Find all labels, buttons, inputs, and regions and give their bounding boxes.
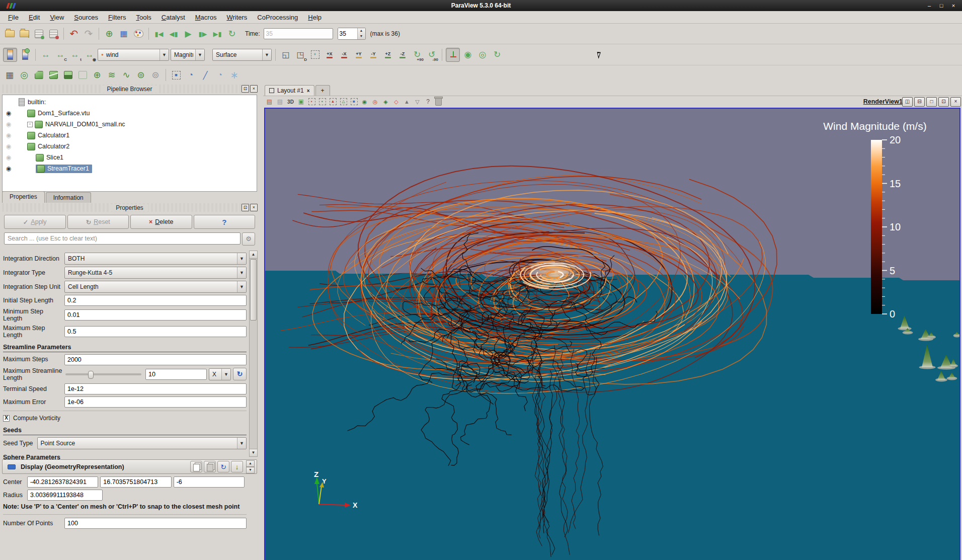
pipeline-item-streamtracer1[interactable]: ◉StreamTracer1	[3, 163, 257, 174]
detach-view-icon[interactable]: ⊡	[938, 97, 949, 107]
scroll-down-icon[interactable]: ▼	[246, 467, 255, 473]
rescale-to-temporal-range-icon[interactable]: ↔t	[68, 48, 82, 61]
save-display-defaults-icon[interactable]: ↓	[231, 460, 243, 473]
threshold-icon[interactable]	[61, 68, 74, 82]
render-viewport[interactable]: Wind Magnitude (m/s)05101520XYZ	[264, 108, 960, 560]
server-connect-icon[interactable]	[32, 27, 45, 40]
tab-layout-1[interactable]: Layout #1 ×	[265, 85, 314, 96]
scroll-down-icon[interactable]: ▼	[250, 449, 257, 456]
menu-writers[interactable]: Writers	[221, 12, 252, 23]
glyph-icon[interactable]: ⊕	[91, 68, 104, 82]
maximize-view-icon[interactable]: □	[926, 97, 937, 107]
set-view-plus-z-icon[interactable]: +Z	[381, 48, 394, 61]
pipeline-item-body[interactable]: Dom1_Surface.vtu	[27, 110, 90, 117]
gear-icon[interactable]: ⚙	[242, 232, 255, 246]
split-horizontal-icon[interactable]: ◫	[902, 97, 913, 107]
visibility-toggle-icon[interactable]: ◉	[3, 165, 15, 172]
set-view-minus-y-icon[interactable]: -Y	[367, 48, 380, 61]
first-frame-icon[interactable]: ▮◀	[152, 27, 166, 40]
integrator-type-combo[interactable]: Runge-Kutta 4-5▼	[64, 267, 247, 279]
clear-selection-icon[interactable]	[434, 98, 443, 106]
display-scroll-arrows[interactable]: ▲▼	[246, 460, 255, 473]
edit-color-map-icon[interactable]	[19, 48, 32, 61]
pipeline-item-calculator1[interactable]: ◉Calculator1	[3, 130, 257, 141]
selection-help-icon[interactable]: ?	[424, 98, 432, 106]
zoom-to-data-icon[interactable]: ◳D	[294, 48, 307, 61]
initial-step-length-input[interactable]	[64, 295, 247, 306]
representation-combo[interactable]: Surface ▼	[212, 49, 272, 61]
color-array-combo[interactable]: ● wind ▼	[98, 49, 169, 61]
reset-button[interactable]: ↻Reset	[67, 215, 129, 229]
select-block-icon[interactable]: ■	[350, 98, 358, 106]
time-spin-input[interactable]	[338, 28, 357, 39]
properties-scrollbar[interactable]: ▲ ▼	[249, 251, 258, 457]
tab-properties[interactable]: Properties	[2, 191, 45, 203]
pipeline-item-narvalii-dom01-small-nc[interactable]: ◉−NARVALII_DOM01_small.nc	[3, 119, 257, 130]
pipeline-item-body[interactable]: Calculator1	[27, 132, 69, 139]
group-datasets-icon[interactable]: ⊚	[134, 68, 147, 82]
pipeline-item-body[interactable]: StreamTracer1	[36, 165, 92, 173]
export-scene-icon[interactable]: ▤	[265, 98, 274, 106]
pipeline-item-body[interactable]: builtin:	[19, 98, 46, 106]
select-cells-rectangle-icon[interactable]: ▪	[307, 98, 316, 106]
menu-help[interactable]: Help	[303, 12, 327, 23]
pipeline-item-slice1[interactable]: ◉Slice1	[3, 152, 257, 163]
radius-input[interactable]	[27, 490, 103, 501]
next-frame-icon[interactable]: ▮▶	[196, 27, 209, 40]
time-spinbox[interactable]: ▲▼	[338, 28, 366, 40]
pipeline-item-builtin-[interactable]: builtin:	[3, 97, 257, 108]
float-dock-icon[interactable]: ⊡	[242, 85, 249, 93]
set-view-plus-x-icon[interactable]: +X	[323, 48, 336, 61]
show-orientation-axes-icon[interactable]: ↻	[491, 48, 504, 61]
close-dock-icon[interactable]: ×	[250, 204, 258, 211]
set-view-minus-z-icon[interactable]: -Z	[396, 48, 409, 61]
menu-coprocessing[interactable]: CoProcessing	[252, 12, 303, 23]
time-spin-arrows[interactable]: ▲▼	[357, 28, 365, 39]
interactive-select-cells-icon[interactable]: ◉	[360, 98, 369, 106]
select-cells-polygon-icon[interactable]: ▲	[329, 98, 337, 106]
contour-icon[interactable]: ◎	[18, 68, 31, 82]
rescale-to-visible-range-icon[interactable]: ↔◉	[83, 48, 96, 61]
scroll-up-icon[interactable]: ▲	[246, 460, 255, 467]
integration-direction-combo[interactable]: BOTH▼	[64, 253, 247, 265]
search-input[interactable]	[4, 232, 240, 245]
visibility-toggle-icon[interactable]: ◉	[3, 121, 15, 128]
shrink-selection-icon[interactable]: ▽	[413, 98, 422, 106]
delete-button[interactable]: ×Delete	[130, 215, 192, 229]
pipeline-item-body[interactable]: Slice1	[36, 154, 63, 162]
split-vertical-icon[interactable]: ⊟	[914, 97, 925, 107]
pipeline-item-body[interactable]: Calculator2	[27, 143, 69, 150]
terminal-speed-input[interactable]	[64, 383, 247, 394]
rotate-90-clockwise-icon[interactable]: ↻+90	[411, 48, 424, 61]
copy-display-icon[interactable]	[191, 460, 202, 473]
menu-filters[interactable]: Filters	[103, 12, 131, 23]
visibility-toggle-icon[interactable]: ◉	[3, 110, 15, 117]
maximize-button[interactable]: □	[938, 3, 945, 9]
calculator-icon[interactable]: ▦	[3, 68, 16, 82]
server-disconnect-icon[interactable]	[47, 27, 60, 40]
menu-catalyst[interactable]: Catalyst	[156, 12, 190, 23]
rotate-90-counterclockwise-icon[interactable]: ↺-90	[425, 48, 438, 61]
menu-tools[interactable]: Tools	[131, 12, 156, 23]
rescale-to-data-range-icon[interactable]: ↔	[39, 48, 52, 61]
spin-up-icon[interactable]: ▲	[358, 28, 365, 34]
close-dock-icon[interactable]: ×	[250, 85, 258, 93]
tab-information[interactable]: Information	[46, 192, 91, 203]
add-layout-tab[interactable]: +	[315, 85, 330, 96]
center-1-input[interactable]	[100, 476, 171, 488]
slider-handle[interactable]	[88, 371, 94, 379]
zoom-to-box-icon[interactable]: +	[308, 48, 322, 61]
maximum-steps-input[interactable]	[64, 354, 247, 365]
menu-view[interactable]: View	[45, 12, 69, 23]
maximum-step-length-input[interactable]	[64, 326, 247, 337]
menu-file[interactable]: File	[3, 12, 24, 23]
panel-splitter[interactable]	[259, 85, 263, 560]
apply-button[interactable]: ✓Apply	[4, 215, 66, 229]
menu-edit[interactable]: Edit	[24, 12, 45, 23]
plot-data-over-time-icon[interactable]: ◔	[184, 68, 197, 82]
set-view-plus-y-icon[interactable]: +Y	[352, 48, 365, 61]
center-0-input[interactable]	[27, 476, 98, 488]
render-view-title[interactable]: RenderView1	[863, 98, 903, 105]
close-button[interactable]: ×	[950, 3, 957, 9]
reload-display-icon[interactable]: ↻	[218, 460, 229, 473]
